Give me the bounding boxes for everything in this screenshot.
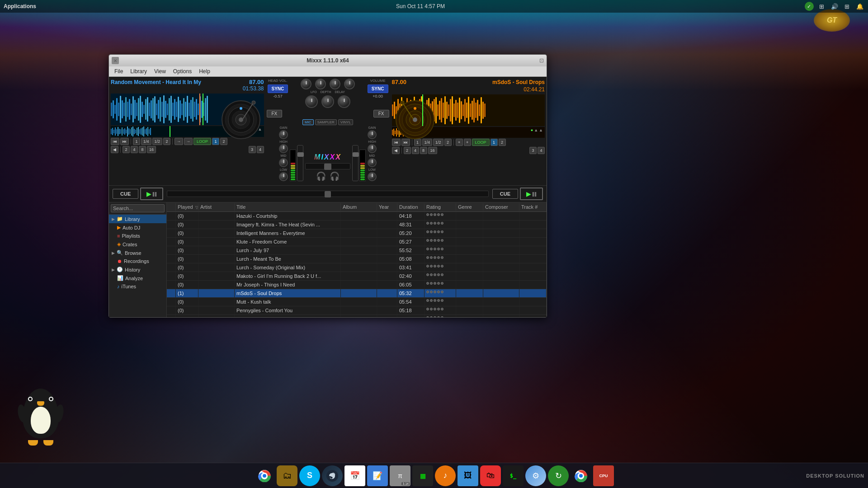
track-row[interactable]: (0)Lurch - Meant To Be05:08 [167, 255, 547, 263]
header-tracknum[interactable]: Track # [519, 203, 547, 211]
deck-left-in-btn[interactable]: → [175, 138, 183, 145]
deck-right-loop4[interactable]: 4 [412, 147, 419, 154]
header-genre[interactable]: Genre [456, 203, 483, 211]
fx-right-btn[interactable]: FX [373, 110, 389, 117]
header-played[interactable]: Played ▽ [176, 203, 198, 211]
topbar-volume-icon[interactable]: 🔊 [830, 2, 839, 11]
headphone-left-icon[interactable]: 🎧 [316, 171, 326, 181]
delay-knob[interactable] [338, 95, 350, 108]
track-row[interactable]: (0)Lurch - Someday (Original Mix)03:41 [167, 263, 547, 272]
gain-left-knob[interactable] [279, 130, 288, 139]
sync-right-btn[interactable]: SYNC [368, 84, 388, 93]
low-right-knob[interactable] [368, 172, 377, 181]
volume-knob[interactable] [344, 79, 355, 89]
source-vinyl-btn[interactable]: VINYL [338, 119, 353, 125]
deck-right-loop-btn[interactable]: LOOP [472, 139, 490, 146]
played-filter-icon[interactable]: ▽ [195, 205, 198, 210]
deck-left-loop8[interactable]: 8 [139, 146, 146, 153]
header-year[interactable]: Year [377, 203, 397, 211]
track-row[interactable]: (0)Makoto - Girl I'm Running Back 2 U f.… [167, 272, 547, 281]
deck-right-back-btn[interactable]: ◀ [392, 147, 400, 154]
play-left-btn[interactable]: ▶ ‖‖ [140, 188, 163, 200]
deck-right-hot2[interactable]: 4 [538, 147, 545, 154]
menu-help[interactable]: Help [195, 67, 214, 75]
deck-right-hot1[interactable]: 3 [529, 147, 537, 154]
sidebar-item-itunes[interactable]: ♪ iTunes [109, 282, 166, 291]
deck-left-back-btn[interactable]: ◀ [111, 146, 118, 153]
taskbar-notes[interactable]: 📝 [367, 465, 388, 486]
sidebar-item-autodj[interactable]: ▶ Auto DJ [109, 223, 166, 232]
header-duration[interactable]: Duration [397, 203, 425, 211]
track-row[interactable]: (0)Pennygiles - Comfort You05:18 [167, 306, 547, 315]
deck-left-loop16[interactable]: 16 [147, 146, 156, 153]
high-left-knob[interactable] [279, 144, 288, 153]
taskbar-calculator[interactable]: π 3.14 [390, 465, 410, 486]
high-right-knob[interactable] [368, 144, 377, 153]
deck-left-out-btn[interactable]: → [184, 138, 193, 145]
sidebar-item-playlists[interactable]: ≡ Playlists [109, 232, 166, 240]
sidebar-item-crates[interactable]: ◈ Crates [109, 240, 166, 249]
resize-button[interactable]: ⊡ [539, 57, 544, 64]
play-right-btn[interactable]: ▶ ‖‖ [520, 188, 543, 200]
deck-right-cue1[interactable]: 1 [491, 139, 498, 146]
close-button[interactable]: ✕ [112, 57, 119, 64]
source-sampler-btn[interactable]: SAMPLER [315, 119, 337, 125]
topbar-network-icon[interactable]: ⊞ [843, 2, 852, 11]
left-fader-handle[interactable] [297, 152, 304, 157]
head-mix-knob[interactable] [315, 79, 326, 89]
menu-options[interactable]: Options [170, 67, 195, 75]
track-row[interactable]: (0)Pennygiles Love Come Running Free06:4… [167, 315, 547, 317]
deck-left-hot2[interactable]: 4 [257, 146, 264, 153]
deck-left-beat12[interactable]: 1/2 [152, 138, 163, 145]
track-row[interactable]: (0)Hazuki - Courtship04:18 [167, 212, 547, 221]
deck-right-cue2[interactable]: 2 [499, 139, 506, 146]
low-left-knob[interactable] [279, 172, 288, 181]
deck-left-prev-btn[interactable]: ⏮ [111, 138, 119, 145]
track-row[interactable]: (0)Mr Joseph - Things I Need06:05 [167, 281, 547, 289]
menu-view[interactable]: View [151, 67, 170, 75]
topbar-apps-label[interactable]: Applications [4, 3, 36, 9]
track-row[interactable]: (0)Intelligent Manners - Everytime05:20 [167, 229, 547, 238]
track-row[interactable]: (0)Lurch - July 9755:52 [167, 246, 547, 255]
deck-left-cue1[interactable]: 1 [212, 138, 219, 145]
mid-left-knob[interactable] [279, 158, 288, 167]
track-row[interactable]: (1)mSdoS - Soul Drops05:32 [167, 289, 547, 298]
header-album[interactable]: Album [341, 203, 377, 211]
track-row[interactable]: (0)Imagery ft. Kimra - The Heat (Sevin .… [167, 221, 547, 229]
taskbar-chrome[interactable] [254, 465, 275, 486]
taskbar-settings[interactable]: ⚙ [525, 465, 546, 486]
fx-left-btn[interactable]: FX [267, 110, 283, 117]
deck-left-beat1[interactable]: 1 [133, 138, 140, 145]
cue-left-btn[interactable]: CUE [113, 189, 138, 199]
pitch-handle-left[interactable] [325, 191, 331, 197]
taskbar-files[interactable]: 🗂 [277, 465, 297, 486]
right-channel-fader[interactable] [352, 145, 359, 181]
crossfader[interactable] [305, 163, 350, 169]
sidebar-item-recordings[interactable]: ⏺ Recordings [109, 257, 166, 265]
sidebar-item-analyze[interactable]: 📊 Analyze [109, 274, 166, 282]
deck-right-loop8[interactable]: 8 [420, 147, 427, 154]
header-title[interactable]: Title [235, 203, 341, 211]
deck-left-beat2[interactable]: 2 [163, 138, 170, 145]
taskbar-chrome2[interactable] [571, 465, 591, 486]
sidebar-item-browse[interactable]: ▶ 🔍 Browse [109, 249, 166, 257]
topbar-notify-icon[interactable]: 🔔 [855, 2, 864, 11]
sidebar-item-library[interactable]: ▶ 📁 Library [109, 215, 166, 223]
headphone-right-icon[interactable]: 🎧 [330, 171, 340, 181]
taskbar-steam[interactable] [322, 465, 343, 486]
topbar-window-icon[interactable]: ⊞ [817, 2, 826, 11]
deck-left-beat14[interactable]: 1/4 [141, 138, 151, 145]
deck-left-loop4[interactable]: 4 [131, 146, 138, 153]
track-row[interactable]: (0)Mutt - Kush talk05:54 [167, 298, 547, 306]
crossfader-handle[interactable] [324, 164, 331, 170]
search-input[interactable]: Search... [111, 204, 165, 212]
header-rating[interactable]: Rating [425, 203, 456, 211]
depth-knob[interactable] [321, 95, 334, 108]
head-vol-knob[interactable] [301, 79, 311, 89]
sidebar-item-history[interactable]: ▶ 🕐 History [109, 265, 166, 274]
deck-right-loop16[interactable]: 16 [428, 147, 437, 154]
deck-right-loop2[interactable]: 2 [404, 147, 411, 154]
header-artist[interactable]: Artist [198, 203, 235, 211]
track-row[interactable]: (0)Klute - Freedom Come05:27 [167, 238, 547, 246]
source-mic-btn[interactable]: MIC [302, 119, 314, 125]
